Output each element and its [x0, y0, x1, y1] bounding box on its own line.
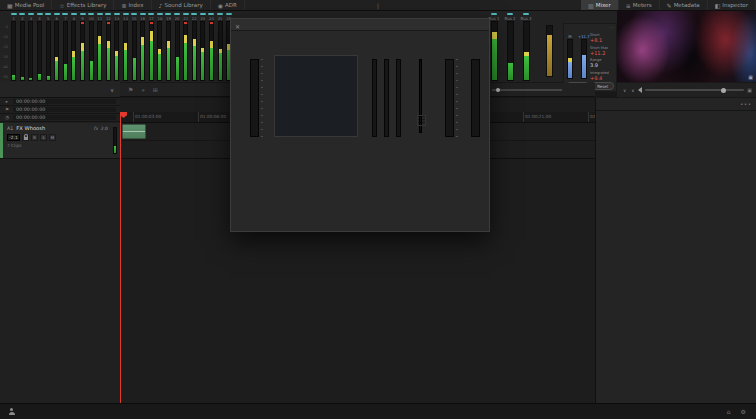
channel-meter-5: 5 [44, 12, 52, 81]
level-meter [192, 21, 197, 81]
timeline-zoom-slider[interactable] [492, 89, 562, 91]
bus-meter-bus-3: Bus 3 [520, 12, 532, 81]
topbar-item-label: Effects Library [67, 2, 107, 8]
r-button[interactable]: R [31, 134, 38, 141]
m-button[interactable]: M [49, 134, 56, 141]
bus-meter-bus-2: Bus 2 [504, 12, 516, 81]
topbar-item-media-pool[interactable]: ▦Media Pool [0, 0, 52, 10]
topbar-item-label: Media Pool [15, 2, 45, 8]
bus-assign-indicator [507, 13, 513, 15]
marker-timecode[interactable]: 00:00:00:00 [13, 99, 116, 104]
speaker-icon[interactable] [638, 87, 642, 93]
monitor-volume-slider[interactable] [645, 89, 745, 91]
home-icon[interactable]: ⌂ [727, 408, 731, 415]
channel-meter-11: 11 [96, 12, 104, 81]
level-meter [175, 21, 180, 81]
channel-meter-17: 17 [148, 12, 156, 81]
makeup-slider[interactable] [419, 59, 422, 133]
loudness-meter-slot [581, 39, 587, 79]
channel-meter-6: 6 [53, 12, 61, 81]
meter-green-fill [55, 61, 58, 80]
loudness-stat-range: Range3.9 [590, 58, 614, 68]
monitor-bus-select[interactable]: ∨ [621, 88, 626, 93]
bus-assign-indicator [148, 13, 154, 15]
meter-yellow-fill [115, 51, 118, 56]
marker-timecode[interactable]: 00:00:00:00 [13, 115, 116, 120]
loudness-stat-value: +9.4 [590, 75, 614, 81]
topbar-item-label: Sound Library [164, 2, 202, 8]
flag-icon[interactable]: ⚑ [128, 86, 133, 93]
channel-meter-23: 23 [199, 12, 207, 81]
output-meter-scale [456, 59, 458, 137]
meter-yellow-fill [193, 39, 196, 46]
input-meter-scale [261, 59, 263, 137]
topbar-item-sound-library[interactable]: ♪Sound Library [152, 0, 211, 10]
meter-clip-indicator [150, 22, 153, 24]
meter-yellow-fill [150, 31, 153, 40]
channel-meter-12: 12 [105, 12, 113, 81]
dialog-titlebar[interactable]: ✕ [231, 19, 489, 31]
bus-assign-indicator [97, 13, 103, 15]
topbar-item-index[interactable]: ≣Index [114, 0, 151, 10]
channel-meter-20: 20 [173, 12, 181, 81]
dynamics-curve-graph[interactable] [274, 55, 358, 137]
clock-icon: ◔ [4, 115, 10, 120]
speaker-set-select[interactable]: ∨ [629, 88, 634, 93]
track-gain-value[interactable]: -2.1 [7, 134, 20, 141]
gear-icon[interactable]: ⚙ [741, 408, 746, 415]
bus-assign-indicator [140, 13, 146, 15]
loudness-stat-value: 3.9 [590, 62, 614, 68]
meter-clip-indicator [81, 22, 84, 24]
track-header-a1[interactable]: A1FX Whooshfx2.0-2.1RSM7 Clips [0, 123, 120, 159]
loudness-peak-meter: +11.7 [578, 34, 590, 79]
topbar-item-metadata[interactable]: ✎Metadata [660, 0, 708, 10]
meter-clip-indicator [210, 22, 213, 24]
loudness-panel: ··· M+11.7 Short+8.1Short Max+11.2Range3… [563, 23, 617, 92]
mute-monitor-icon[interactable]: ▣ [747, 87, 752, 93]
inspector-icon: ◧ [715, 2, 721, 9]
ruler-timecode-label: 01:00:21:00 [525, 114, 551, 119]
channel-meter-4: 4 [36, 12, 44, 81]
loudness-stats: Short+8.1Short Max+11.2Range3.9Integrate… [590, 33, 614, 83]
topbar-item-mixer[interactable]: ▥Mixer [581, 0, 619, 10]
meter-green-fill [124, 50, 127, 80]
audio-clip[interactable] [122, 124, 146, 139]
volume-slider-handle[interactable] [721, 88, 726, 93]
app-branding[interactable] [0, 408, 200, 415]
channel-meter-7: 7 [62, 12, 70, 81]
project-status: | [377, 2, 379, 9]
topbar-item-inspector[interactable]: ◧Inspector [708, 0, 756, 10]
playhead-line[interactable] [120, 112, 121, 403]
snap-icon[interactable]: ⊞ [153, 86, 158, 93]
topbar-item-label: Mixer [596, 2, 611, 8]
topbar-item-effects-library[interactable]: ☆Effects Library [52, 0, 114, 10]
bus-assign-indicator [105, 13, 111, 15]
meter-green-fill [210, 48, 213, 80]
lock-button[interactable] [22, 134, 29, 141]
bus-assign-indicator [191, 13, 197, 15]
s-button[interactable]: S [40, 134, 47, 141]
meter-yellow-fill [184, 35, 187, 43]
gain-reduction-meter [396, 59, 401, 137]
meter-green-fill [38, 74, 41, 80]
loudness-standard[interactable]: ··· [610, 25, 614, 30]
video-viewer[interactable]: ▣ [617, 11, 756, 82]
timeline-selector[interactable]: ∨ [110, 87, 120, 93]
bus-assign-indicator [183, 13, 189, 15]
level-meter [114, 21, 119, 81]
meter-yellow-fill [219, 49, 222, 54]
bus-assign-indicator [19, 13, 25, 15]
channel-meter-15: 15 [130, 12, 138, 81]
expand-viewer-icon[interactable]: ▣ [748, 74, 753, 80]
topbar-item-adr[interactable]: ◉ADR [211, 0, 245, 10]
close-icon[interactable]: ✕ [235, 21, 240, 33]
mixer-header: ••• [596, 98, 756, 111]
crosshair-icon[interactable]: ⌖ [141, 86, 144, 94]
topbar-item-meters[interactable]: ≡Meters [619, 0, 660, 10]
makeup-slider-handle[interactable] [417, 115, 426, 126]
track-meter [113, 127, 117, 154]
track-format: 2.0 [101, 126, 108, 131]
marker-timecode[interactable]: 00:00:00:00 [13, 107, 116, 112]
meter-scale-label: -10 [2, 35, 8, 39]
mixer-options-icon[interactable]: ••• [740, 101, 752, 107]
